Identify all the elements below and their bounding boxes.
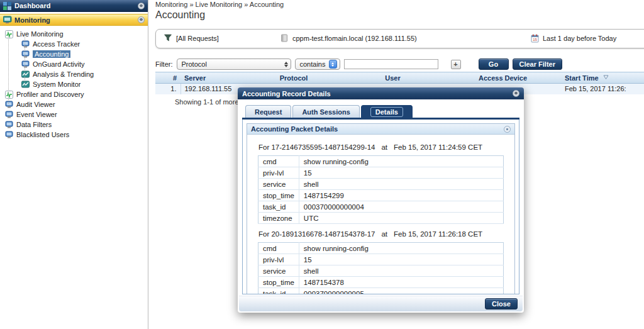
summary-date-range[interactable]: 15 Last 1 day before Today xyxy=(531,34,616,42)
column-header-start-time[interactable]: Start Time xyxy=(561,72,644,84)
cell-num: 1. xyxy=(155,84,180,94)
column-header-num[interactable]: # xyxy=(155,72,180,84)
go-button[interactable]: Go xyxy=(479,59,509,70)
record-time: Feb 15, 2017 11:24:59 CET xyxy=(394,143,482,151)
monitor-icon xyxy=(5,111,14,119)
filter-summary-bar[interactable]: [All Requests] cppm-test.flomain.local (… xyxy=(155,29,644,48)
tab-label: Details xyxy=(370,107,403,117)
field-key: cmd xyxy=(258,156,299,167)
monitoring-toggle-icon[interactable] xyxy=(138,16,145,23)
monitor-icon xyxy=(21,60,30,69)
sidebar-item-event-viewer[interactable]: Event Viewer xyxy=(0,109,148,120)
tab-content: Accounting Packet Details For 17-2146735… xyxy=(242,120,519,294)
record-field-row: cmd show running-config xyxy=(258,243,504,254)
tab-auth-sessions[interactable]: Auth Sessions xyxy=(292,105,359,118)
collapse-icon[interactable] xyxy=(504,126,511,133)
server-icon xyxy=(280,34,289,42)
panel-body: For 17-2146735595-1487154299-14atFeb 15,… xyxy=(247,135,514,294)
record-field-row: timezone UTC xyxy=(258,213,504,224)
monitor-icon xyxy=(21,40,30,48)
monitor-icon xyxy=(21,50,30,59)
svg-text:15: 15 xyxy=(533,38,537,42)
field-value: 1487154299 xyxy=(299,190,503,201)
sidebar-item-label: Profiler and Discovery xyxy=(16,91,84,98)
record-fields-table: cmd show running-config priv-lvl 15 serv… xyxy=(258,155,504,224)
table-header-row: # Server Protocol User Access Device Sta… xyxy=(155,72,644,84)
modal-title-bar: Accounting Record Details xyxy=(238,87,524,99)
column-header-protocol[interactable]: Protocol xyxy=(247,72,341,84)
field-value: 000370000000004 xyxy=(299,201,503,213)
monitor-icon xyxy=(5,131,14,139)
filter-field-select[interactable]: Protocol xyxy=(177,59,291,70)
sort-desc-icon[interactable] xyxy=(603,74,609,81)
modal-tabs: Request Auth Sessions Details xyxy=(242,105,519,118)
sidebar-item-analysis-trending[interactable]: Analysis & Trending xyxy=(0,69,148,79)
close-button[interactable]: Close xyxy=(485,298,518,309)
monitor-icon xyxy=(5,101,14,109)
filter-operator-value: contains xyxy=(300,60,326,68)
sidebar-item-accounting[interactable]: Accounting xyxy=(0,49,148,59)
breadcrumb: Monitoring » Live Monitoring » Accountin… xyxy=(155,1,284,8)
sidebar-item-access-tracker[interactable]: Access Tracker xyxy=(0,39,148,49)
filter-value-input[interactable] xyxy=(344,59,438,69)
filter-field-value: Protocol xyxy=(182,60,207,68)
field-key: service xyxy=(258,265,299,277)
filter-operator-select[interactable]: contains xyxy=(295,59,340,70)
record-field-row: task_id 000370000000005 xyxy=(258,288,504,295)
cell-start-time: Feb 15, 2017 11:26: xyxy=(561,84,644,94)
record-field-row: service shell xyxy=(258,179,504,190)
sidebar-item-profiler-and-discovery[interactable]: Profiler and Discovery xyxy=(0,89,148,99)
field-value: show running-config xyxy=(299,156,503,167)
sidebar-item-label: Analysis & Trending xyxy=(33,70,94,78)
sidebar-item-label: OnGuard Activity xyxy=(33,60,85,68)
record-field-row: stop_time 1487154378 xyxy=(258,277,504,288)
clear-filter-button[interactable]: Clear Filter xyxy=(513,59,562,70)
sidebar-item-label: Event Viewer xyxy=(16,111,57,118)
sidebar-header-monitoring[interactable]: Monitoring xyxy=(0,14,148,26)
monitor-icon xyxy=(5,121,14,129)
dashboard-toggle-icon[interactable] xyxy=(138,3,145,9)
summary-server[interactable]: cppm-test.flomain.local (192.168.111.55) xyxy=(280,34,417,42)
field-key: task_id xyxy=(258,288,299,295)
modal-body: Request Auth Sessions Details Accounting… xyxy=(238,99,524,294)
record-field-row: service shell xyxy=(258,265,504,277)
tab-request[interactable]: Request xyxy=(245,105,291,118)
record-field-row: task_id 000370000000004 xyxy=(258,201,504,213)
field-key: priv-lvl xyxy=(258,254,299,265)
sidebar-item-blacklisted-users[interactable]: Blacklisted Users xyxy=(0,130,148,140)
record-id: For 20-1891316678-1487154378-17 xyxy=(258,230,375,238)
tree-connector xyxy=(25,35,25,86)
summary-all-requests[interactable]: [All Requests] xyxy=(164,34,219,42)
column-header-user[interactable]: User xyxy=(341,72,445,84)
accounting-record-details-modal: Accounting Record Details Request Auth S… xyxy=(238,87,524,313)
record-fields-table: cmd show running-config priv-lvl 15 serv… xyxy=(258,242,504,294)
record-field-row: priv-lvl 15 xyxy=(258,167,504,179)
sidebar-item-system-monitor[interactable]: System Monitor xyxy=(0,79,148,89)
sidebar-item-label: Access Tracker xyxy=(33,40,80,48)
tab-label: Request xyxy=(255,108,282,116)
chart-icon xyxy=(21,70,30,79)
summary-date-range-label: Last 1 day before Today xyxy=(543,35,616,42)
chart-icon xyxy=(21,81,30,89)
tab-details[interactable]: Details xyxy=(361,105,413,118)
sidebar-item-data-filters[interactable]: Data Filters xyxy=(0,120,148,130)
sidebar-item-onguard-activity[interactable]: OnGuard Activity xyxy=(0,59,148,69)
field-value: shell xyxy=(299,265,503,277)
record-field-row: cmd show running-config xyxy=(258,156,504,167)
summary-server-label: cppm-test.flomain.local (192.168.111.55) xyxy=(292,35,417,42)
add-filter-button[interactable]: + xyxy=(451,60,461,69)
close-icon[interactable] xyxy=(513,90,519,97)
sidebar-item-audit-viewer[interactable]: Audit Viewer xyxy=(0,99,148,109)
sidebar-header-dashboard[interactable]: Dashboard xyxy=(0,0,148,12)
tab-label: Auth Sessions xyxy=(302,108,350,116)
sidebar-item-label-selected: Accounting xyxy=(33,50,70,58)
column-header-access-device[interactable]: Access Device xyxy=(445,72,561,84)
summary-all-requests-label: [All Requests] xyxy=(176,35,219,42)
sidebar-item-live-monitoring[interactable]: Live Monitoring xyxy=(0,29,148,39)
dashboard-icon xyxy=(3,2,12,10)
modal-title: Accounting Record Details xyxy=(242,90,331,98)
field-key: priv-lvl xyxy=(258,167,299,179)
column-header-server[interactable]: Server xyxy=(180,72,247,84)
field-value: show running-config xyxy=(299,243,503,254)
sidebar-header-label: Monitoring xyxy=(14,16,50,24)
